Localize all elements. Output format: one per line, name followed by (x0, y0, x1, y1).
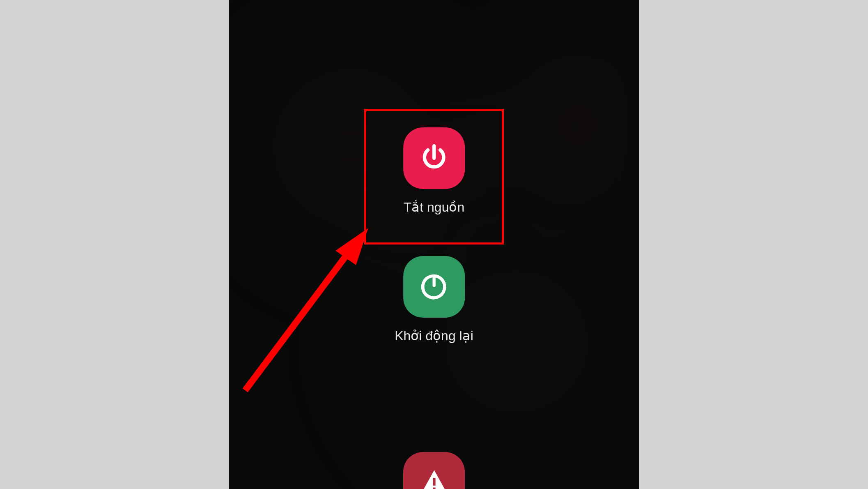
phone-screen: Tắt nguồn Khởi động lại (229, 0, 639, 489)
emergency-button[interactable] (403, 452, 465, 489)
power-icon (403, 127, 465, 189)
power-menu: Tắt nguồn Khởi động lại (395, 127, 473, 344)
power-off-label: Tắt nguồn (404, 199, 465, 215)
restart-button[interactable]: Khởi động lại (395, 256, 473, 344)
emergency-icon (403, 452, 465, 489)
power-off-button[interactable]: Tắt nguồn (403, 127, 465, 215)
svg-rect-1 (433, 487, 435, 489)
restart-icon (403, 256, 465, 318)
svg-rect-0 (433, 478, 435, 486)
restart-label: Khởi động lại (395, 328, 473, 344)
